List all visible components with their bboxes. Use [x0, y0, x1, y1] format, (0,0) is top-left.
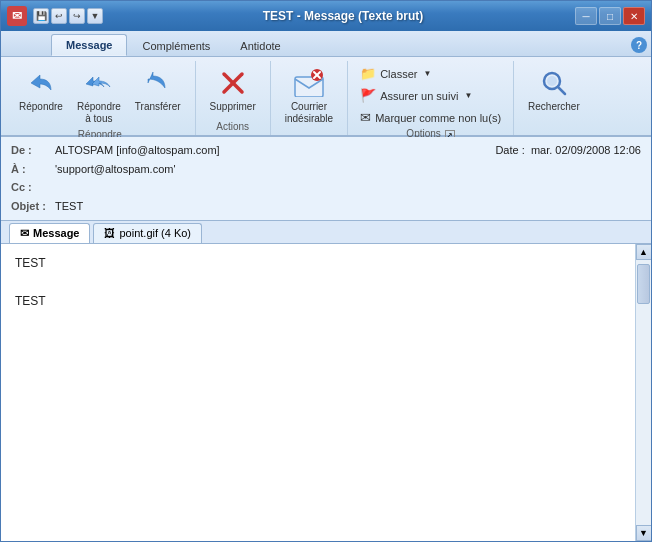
minimize-button[interactable]: ─ [575, 7, 597, 25]
mail-header: De : ALTOSPAM [info@altospam.com] Date :… [1, 137, 651, 221]
assurer-suivi-label: Assurer un suivi [380, 90, 458, 102]
tab-attachment-gif[interactable]: 🖼 point.gif (4 Ko) [93, 223, 202, 243]
assurer-suivi-icon: 🚩 [360, 88, 376, 103]
scroll-thumb[interactable] [637, 264, 650, 304]
message-line-1: TEST [15, 254, 621, 272]
quick-access-toolbar: 💾 ↩ ↪ ▼ [33, 8, 103, 24]
quick-redo-btn[interactable]: ↪ [69, 8, 85, 24]
classer-icon: 📁 [360, 66, 376, 81]
from-label: De : [11, 141, 51, 160]
supprimer-icon [217, 67, 249, 99]
courrier-icon [293, 67, 325, 99]
subject-value: TEST [55, 197, 83, 216]
options-buttons: 📁 Classer ▼ 🚩 Assurer un suivi ▼ ✉ Marqu… [354, 63, 507, 128]
ribbon-group-repondre: Répondre Répondreà tous [5, 61, 196, 135]
attachment-tabs: ✉ Message 🖼 point.gif (4 Ko) [1, 221, 651, 244]
supprimer-button[interactable]: Supprimer [204, 63, 262, 117]
ribbon-group-actions: Supprimer Actions [196, 61, 271, 135]
quick-save-btn[interactable]: 💾 [33, 8, 49, 24]
ribbon-group-options: 📁 Classer ▼ 🚩 Assurer un suivi ▼ ✉ Marqu… [348, 61, 514, 135]
actions-buttons: Supprimer [204, 63, 262, 121]
from-row: De : ALTOSPAM [info@altospam.com] Date :… [11, 141, 641, 160]
to-label: À : [11, 160, 51, 179]
transferer-button[interactable]: Transférer [129, 63, 187, 117]
repondre-tous-label: Répondreà tous [77, 101, 121, 125]
svg-line-7 [558, 87, 565, 94]
quick-more-btn[interactable]: ▼ [87, 8, 103, 24]
tab-antidote[interactable]: Antidote [225, 35, 295, 56]
actions-group-label: Actions [216, 121, 249, 135]
date-value: mar. 02/09/2008 12:06 [531, 144, 641, 156]
date-label: Date : [495, 144, 524, 156]
window-controls: ─ □ ✕ [575, 7, 645, 25]
courrier-label: Courrierindésirable [285, 101, 333, 125]
rechercher-icon [538, 67, 570, 99]
rechercher-label: Rechercher [528, 101, 580, 113]
close-button[interactable]: ✕ [623, 7, 645, 25]
scroll-up-arrow[interactable]: ▲ [636, 244, 652, 260]
message-body-area: TEST TEST ▲ ▼ [1, 244, 651, 541]
scroll-track[interactable] [636, 260, 651, 525]
marquer-icon: ✉ [360, 110, 371, 125]
ribbon-group-rechercher: Rechercher x [514, 61, 594, 135]
quick-undo-btn[interactable]: ↩ [51, 8, 67, 24]
subject-row: Objet : TEST [11, 197, 641, 216]
classer-arrow: ▼ [423, 69, 431, 78]
tab-message[interactable]: Message [51, 34, 127, 56]
attachment-tab-label: point.gif (4 Ko) [119, 227, 191, 239]
window-title: TEST - Message (Texte brut) [111, 9, 575, 23]
attachment-tab-icon: 🖼 [104, 227, 115, 239]
cc-label: Cc : [11, 178, 51, 197]
marquer-label: Marquer comme non lu(s) [375, 112, 501, 124]
svg-point-8 [547, 76, 557, 86]
message-content[interactable]: TEST TEST [1, 244, 635, 541]
repondre-tous-button[interactable]: Répondreà tous [71, 63, 127, 129]
classer-button[interactable]: 📁 Classer ▼ [354, 63, 507, 84]
transferer-icon [142, 67, 174, 99]
message-tab-label: Message [33, 227, 79, 239]
date-area: Date : mar. 02/09/2008 12:06 [495, 141, 641, 160]
classer-label: Classer [380, 68, 417, 80]
cc-row: Cc : [11, 178, 641, 197]
help-button[interactable]: ? [631, 37, 647, 53]
to-row: À : 'support@altospam.com' [11, 160, 641, 179]
repondre-button[interactable]: Répondre [13, 63, 69, 117]
rechercher-buttons: Rechercher [522, 63, 586, 121]
email-window: ✉ 💾 ↩ ↪ ▼ TEST - Message (Texte brut) ─ … [0, 0, 652, 542]
tab-complements[interactable]: Compléments [127, 35, 225, 56]
from-value: ALTOSPAM [info@altospam.com] [55, 141, 220, 160]
to-value: 'support@altospam.com' [55, 160, 176, 179]
title-bar: ✉ 💾 ↩ ↪ ▼ TEST - Message (Texte brut) ─ … [1, 1, 651, 31]
repondre-label: Répondre [19, 101, 63, 113]
transferer-label: Transférer [135, 101, 181, 113]
ribbon-tabs: Message Compléments Antidote ? [1, 31, 651, 57]
message-tab-icon: ✉ [20, 227, 29, 240]
subject-label: Objet : [11, 197, 51, 216]
ribbon-toolbar: Répondre Répondreà tous [1, 57, 651, 137]
rechercher-button[interactable]: Rechercher [522, 63, 586, 117]
courrier-buttons: Courrierindésirable [279, 63, 339, 129]
app-icon: ✉ [7, 6, 27, 26]
tab-message-body[interactable]: ✉ Message [9, 223, 90, 243]
vertical-scrollbar[interactable]: ▲ ▼ [635, 244, 651, 541]
assurer-arrow: ▼ [464, 91, 472, 100]
ribbon-group-courrier: Courrierindésirable x [271, 61, 348, 135]
assurer-suivi-button[interactable]: 🚩 Assurer un suivi ▼ [354, 85, 507, 106]
message-line-2: TEST [15, 292, 621, 310]
courrier-indesirable-button[interactable]: Courrierindésirable [279, 63, 339, 129]
scroll-down-arrow[interactable]: ▼ [636, 525, 652, 541]
maximize-button[interactable]: □ [599, 7, 621, 25]
repondre-buttons: Répondre Répondreà tous [13, 63, 187, 129]
repondre-tous-icon [83, 67, 115, 99]
repondre-icon [25, 67, 57, 99]
supprimer-label: Supprimer [210, 101, 256, 113]
marquer-non-lu-button[interactable]: ✉ Marquer comme non lu(s) [354, 107, 507, 128]
